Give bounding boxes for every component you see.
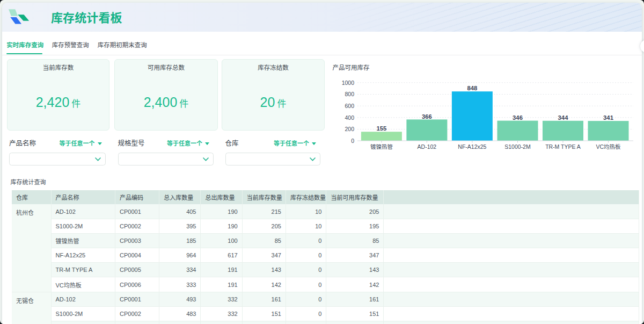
svg-text:NF-A12x25: NF-A12x25 (458, 143, 486, 150)
svg-text:TR-M TYPE A: TR-M TYPE A (545, 143, 581, 150)
svg-text:800: 800 (345, 91, 354, 97)
svg-text:1000: 1000 (342, 80, 355, 86)
svg-text:S1000-2M: S1000-2M (504, 143, 530, 150)
svg-text:346: 346 (513, 114, 523, 121)
svg-text:400: 400 (345, 114, 354, 121)
svg-text:366: 366 (422, 113, 432, 120)
svg-text:200: 200 (345, 126, 354, 132)
svg-text:VC均热板: VC均热板 (596, 143, 621, 150)
svg-text:0: 0 (351, 138, 354, 144)
svg-text:155: 155 (376, 125, 386, 132)
svg-text:341: 341 (603, 114, 613, 121)
svg-text:镀镍热管: 镀镍热管 (370, 143, 393, 150)
svg-text:344: 344 (558, 114, 569, 121)
svg-text:848: 848 (467, 85, 477, 91)
svg-text:AD-102: AD-102 (418, 143, 437, 150)
svg-text:600: 600 (345, 103, 354, 109)
svg-text:产品可用库存: 产品可用库存 (333, 64, 370, 71)
